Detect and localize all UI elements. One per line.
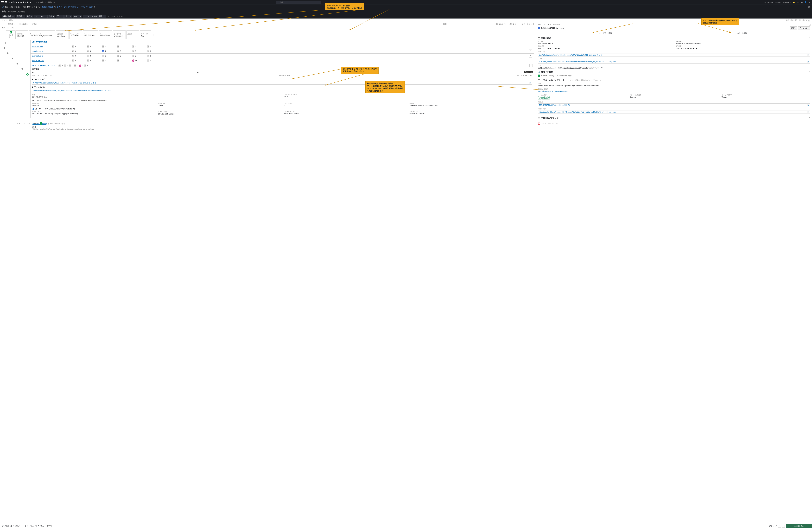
stat-icon: ≡ — [147, 45, 149, 47]
expand-row-button[interactable]: ˅ — [529, 49, 532, 53]
filter-pill[interactable]: ホスト — [73, 15, 82, 18]
investigate-button[interactable]: 調査 — [790, 27, 797, 30]
link-icon: 🔗 — [538, 71, 540, 73]
col-resolution[interactable]: 解決策⇅ — [509, 23, 522, 25]
process-link[interactable]: svchost.exe — [32, 55, 70, 57]
process-blocked-link[interactable]: Process blocked — [538, 96, 626, 98]
sort-control[interactable]: 時間: 新しい順 で並べ替え ▾ ↻ — [786, 19, 810, 22]
tab-connect[interactable]: ホストに接続 — [674, 31, 810, 35]
process-link[interactable]: services.exe — [32, 51, 70, 52]
ml-detection-row: 10月. 25, 2024 19:48:03✓ Machine Learning… — [31, 121, 534, 131]
panel-commandline: C:\KB4\Newsim\DataDir\MainFolders\20\241… — [538, 53, 810, 57]
info-banner: ⓘ 新しいエンドポイント検知体験へようこそ。 新機能の確認⧉ このページについて… — [0, 4, 812, 9]
chevron-down-icon: ˅ — [809, 117, 810, 119]
col-status[interactable]: ステータス⇅ — [522, 23, 533, 25]
stat-icon: ⬡ — [69, 65, 71, 67]
help-icon[interactable]: ? — [809, 1, 811, 3]
user-icon[interactable]: 👤 — [804, 1, 807, 3]
no-network-icon — [538, 123, 540, 125]
action-icon — [538, 117, 540, 119]
filter-pill[interactable]: 戦術 — [47, 15, 55, 18]
copy-icon[interactable]: ⧉ — [807, 111, 809, 113]
expand-row-button[interactable]: ˅ — [529, 59, 532, 62]
process-link[interactable]: WmiPrvSE.exe — [32, 60, 70, 61]
filter-pill[interactable]: フィルターの追加／削除 — [83, 15, 106, 18]
tree-node-icon[interactable] — [21, 68, 23, 70]
grid-icon[interactable]: ▦ — [801, 1, 803, 3]
row-checkbox[interactable] — [2, 34, 4, 36]
date-group-header: 10月. 25, 2024 — [0, 26, 536, 30]
refresh-icon[interactable]: ↻ — [808, 19, 810, 22]
stat-icon: ≡ — [147, 50, 149, 52]
copy-icon[interactable]: ⧉ — [807, 104, 809, 106]
stat-icon: ≡ — [84, 65, 86, 67]
tree-node-icon[interactable] — [12, 58, 13, 59]
process-row[interactable]: wininit.exe⊞0◔0⬡0▦0◎0≡0˅ — [30, 44, 534, 49]
menu-icon[interactable] — [1, 1, 3, 3]
stat-icon: ⊞ — [72, 45, 74, 47]
copy-icon[interactable]: ⧉ — [807, 54, 809, 56]
expand-row-button[interactable]: ˅ — [529, 45, 532, 48]
copy-icon[interactable]: ⧉ — [601, 67, 603, 69]
row-menu-icon[interactable]: ⋮ — [152, 30, 155, 39]
ml-menu-icon[interactable]: ⋮ — [531, 122, 533, 125]
expand-panel-icon[interactable]: ⤢ — [809, 23, 811, 26]
banner-close-icon[interactable]: ✕ — [808, 5, 810, 9]
filter-pill[interactable]: 時間 — [26, 15, 33, 18]
technique-link[interactable]: Machine Learning（Cloud-based ML経由） — [538, 90, 810, 93]
stat-icon: ⊞ — [72, 59, 74, 62]
tree-node-icon[interactable] — [3, 47, 5, 49]
process-link[interactable]: wininit.exe — [32, 46, 70, 47]
stat-icon: ⬡ — [102, 50, 104, 52]
tree-node-icon[interactable] — [17, 63, 18, 65]
process-row[interactable]: services.exe⊞0◔0⬡41▦0◎0≡0˅ — [30, 49, 534, 54]
runtime-header: 実行期間 — [32, 68, 532, 71]
col-name[interactable]: 名前⇅ — [32, 23, 443, 25]
tree-node-icon[interactable] — [7, 53, 9, 54]
expand-row-button[interactable]: ˅ — [529, 54, 532, 57]
tenant-selector[interactable]: SB C&S Corp. - Partner - NFR - GO ▾ — [764, 1, 791, 3]
copy-icon[interactable]: ⧉ — [73, 108, 75, 110]
layers-icon[interactable]: ☰ — [797, 1, 799, 3]
copy-icon[interactable]: ⧉ — [807, 61, 809, 63]
filter-pill[interactable]: タグ — [64, 15, 72, 18]
user-icon: 👤 — [32, 108, 34, 110]
col-severity[interactable]: 重大度⇅ — [8, 23, 19, 25]
file-quarantined-link[interactable]: File quarantined — [538, 98, 626, 100]
annotation-callout: イベント検出端末の隔離やリモート操作も簡単に実施可能！ — [701, 18, 739, 25]
process-row[interactable]: svchost.exe⊞0◔0⬡0▦0◎0≡0˅ — [30, 54, 534, 58]
trigger-icon — [538, 79, 540, 81]
filter-pill[interactable]: 重大度 — [16, 15, 25, 18]
clear-filters-button[interactable]: すべてをクリア — [108, 15, 122, 17]
selected-process-link[interactable]: 2410251947411_inj.exe — [32, 64, 55, 67]
global-search-input[interactable] — [276, 1, 321, 4]
ml-badge-icon: ✓ — [40, 122, 42, 125]
action-button[interactable]: アクション — [798, 27, 810, 30]
detection-row[interactable]: ✓重大度高 検知時間19:48:03 Process on host241025… — [0, 30, 536, 40]
select-all-checkbox[interactable] — [2, 23, 4, 25]
tree-node-selected-icon[interactable] — [26, 73, 29, 75]
hash-menu-icon[interactable]: ⋮ — [531, 64, 533, 67]
process-hex-icon — [538, 27, 540, 29]
stat-icon: ⬡ — [102, 45, 104, 47]
host-node-icon — [3, 42, 6, 44]
stat-icon: ⬡ — [102, 55, 104, 57]
bell-icon[interactable]: 🔔 — [793, 1, 795, 3]
tree-host-link[interactable]: WIN-ERR1SCAHIU5 — [30, 40, 534, 44]
column-headers: | 重大度⇅ | 検知時間⇅ | 名前⇅ | 属性 | 割り当て先⇅ | 解決策… — [0, 22, 536, 26]
filter-pill[interactable]: ステータス — [34, 15, 47, 18]
banner-link-feedback[interactable]: このページについてのフィードバックを送信 — [57, 6, 92, 8]
process-row[interactable]: WmiPrvSE.exe⊞0◔0⬡0▦0◎17≡0˅ — [30, 58, 534, 63]
hash-icon: ◎ — [32, 100, 34, 102]
col-assigned[interactable]: 割り当て先⇅ — [497, 23, 509, 25]
tab-isolate[interactable]: ネットワーク隔離 — [538, 31, 674, 35]
process-action-section[interactable]: プロセスアクション˅ — [538, 116, 810, 120]
bookmark-icon[interactable]: ☐ — [53, 1, 55, 3]
filter-pill[interactable]: 手法 — [56, 15, 64, 18]
col-time[interactable]: 検知時間⇅ — [20, 23, 32, 25]
copy-icon[interactable]: ⧉ — [529, 82, 531, 84]
banner-link-features[interactable]: 新機能の確認 — [42, 6, 53, 8]
related-file-box: \Device\HarddiskVolume4\KB4\Newsim\DataD… — [538, 110, 810, 114]
filter-pill[interactable]: 検知の検索 — [2, 15, 15, 18]
stat-icon: ▦ — [117, 45, 119, 47]
